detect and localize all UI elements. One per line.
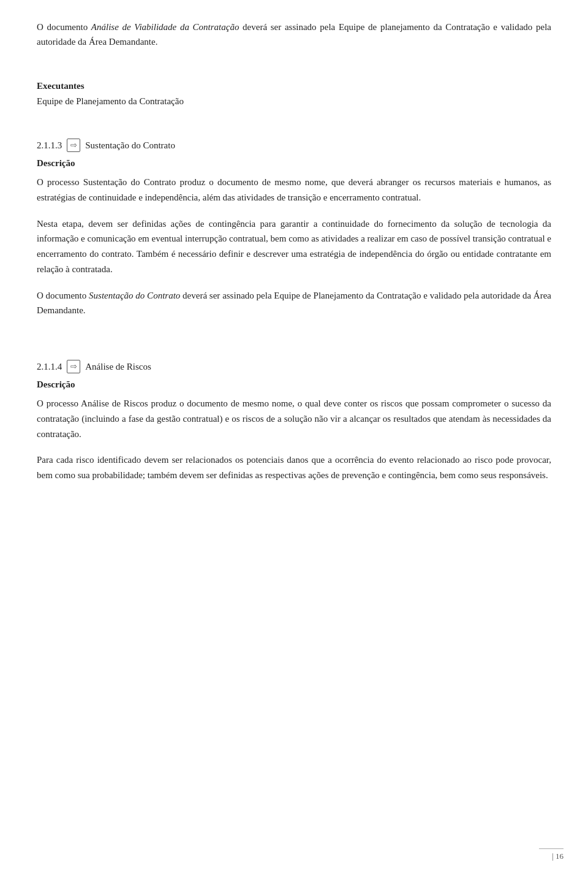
section-214-descricao: Descrição <box>37 379 551 390</box>
executantes-section: Executantes Equipe de Planejamento da Co… <box>37 81 551 107</box>
closing-italic: Sustentação do Contrato <box>89 291 180 300</box>
section-214-number: 2.1.1.4 <box>37 362 62 372</box>
closing-text1: O documento <box>37 291 89 300</box>
section-214-title: Análise de Riscos <box>85 362 151 372</box>
executantes-label: Executantes <box>37 81 551 91</box>
section-213-paragraph1: O processo Sustentação do Contrato produ… <box>37 175 551 205</box>
section-214-heading: 2.1.1.4 ⇨ Análise de Riscos <box>37 360 551 373</box>
section-213-closing: O documento Sustentação do Contrato deve… <box>37 288 551 319</box>
section-213-paragraph2: Nesta etapa, devem ser definidas ações d… <box>37 216 551 277</box>
page-number: | 16 <box>539 848 564 861</box>
section-214-paragraph2: Para cada risco identificado devem ser r… <box>37 452 551 483</box>
section-213-title: Sustentação do Contrato <box>85 140 175 151</box>
section-213-heading: 2.1.1.3 ⇨ Sustentação do Contrato <box>37 139 551 152</box>
section-213-number: 2.1.1.3 <box>37 140 62 151</box>
intro-paragraph: O documento Análise de Viabilidade da Co… <box>37 20 551 49</box>
section-214-paragraph1: O processo Análise de Riscos produz o do… <box>37 396 551 441</box>
section-213-icon: ⇨ <box>67 139 80 152</box>
section-214-icon: ⇨ <box>67 360 80 373</box>
intro-italic: Análise de Viabilidade da Contratação <box>91 22 239 32</box>
page-content: O documento Análise de Viabilidade da Co… <box>37 20 551 483</box>
section-213-descricao: Descrição <box>37 158 551 169</box>
executantes-value: Equipe de Planejamento da Contratação <box>37 96 551 107</box>
intro-text-before: O documento <box>37 22 91 32</box>
